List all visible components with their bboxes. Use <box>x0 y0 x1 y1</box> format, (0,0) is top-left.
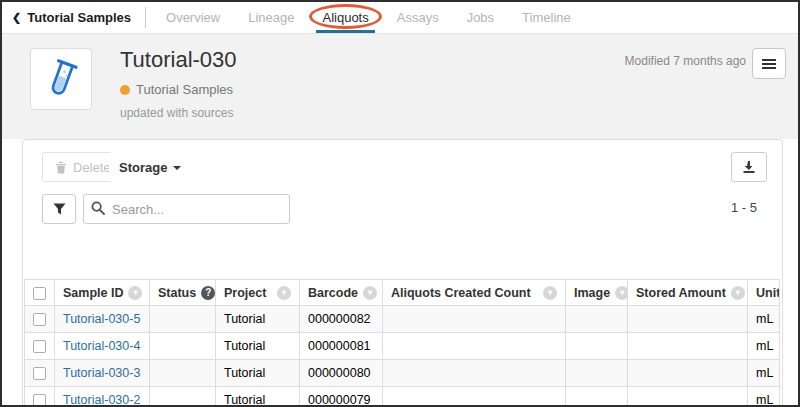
table-row: Tutorial-030-5 Tutorial 000000082 mL <box>25 306 780 333</box>
export-button[interactable] <box>731 152 767 182</box>
tab-bar: Overview Lineage Aliquots Assays Jobs Ti… <box>152 2 585 33</box>
col-header-project: Project <box>224 286 266 300</box>
sample-subtitle: updated with sources <box>120 106 233 120</box>
aliquots-panel: Delete Storage <box>22 139 783 407</box>
sample-link[interactable]: Tutorial-030-3 <box>63 366 140 380</box>
col-header-stored-amount: Stored Amount <box>636 286 726 300</box>
tab-lineage[interactable]: Lineage <box>234 2 308 33</box>
filter-funnel-icon <box>53 203 66 215</box>
samples-grid: Sample ID▾ Status?▾ Project▾ Barcode▾ Al… <box>24 279 780 407</box>
nav-divider <box>145 7 146 28</box>
table-row: Tutorial-030-2 Tutorial 000000079 mL <box>25 387 780 407</box>
modified-timestamp: Modified 7 months ago <box>625 54 746 68</box>
column-menu-icon[interactable]: ▾ <box>731 286 745 300</box>
pagination-range: 1 - 5 <box>731 200 757 215</box>
top-nav: ❮ Tutorial Samples Overview Lineage Aliq… <box>2 2 798 33</box>
tab-timeline[interactable]: Timeline <box>508 2 585 33</box>
test-tube-icon <box>35 53 87 105</box>
download-icon <box>742 160 756 174</box>
row-checkbox[interactable] <box>33 340 46 353</box>
delete-button-label: Delete <box>73 160 111 175</box>
col-header-status: Status <box>158 286 196 300</box>
sample-type-dot-icon <box>120 85 130 95</box>
search-box <box>83 194 290 224</box>
hamburger-icon <box>762 59 776 61</box>
sample-header: Tutorial-030 Tutorial Samples updated wi… <box>2 33 798 139</box>
status-help-icon[interactable]: ? <box>201 286 215 300</box>
caret-down-icon <box>173 166 181 170</box>
back-link-label: Tutorial Samples <box>27 10 131 25</box>
filter-button[interactable] <box>42 194 76 224</box>
app-window: ❮ Tutorial Samples Overview Lineage Aliq… <box>0 0 800 407</box>
tab-assays[interactable]: Assays <box>383 2 453 33</box>
column-menu-icon[interactable]: ▾ <box>615 286 627 300</box>
search-icon <box>91 201 105 215</box>
row-checkbox[interactable] <box>33 394 46 407</box>
sample-link[interactable]: Tutorial-030-2 <box>63 393 140 407</box>
page-title: Tutorial-030 <box>120 47 237 73</box>
column-menu-icon[interactable]: ▾ <box>543 286 557 300</box>
column-menu-icon[interactable]: ▾ <box>128 286 142 300</box>
column-menu-icon[interactable]: ▾ <box>277 286 291 300</box>
grid-header-row: Sample ID▾ Status?▾ Project▾ Barcode▾ Al… <box>25 280 780 306</box>
col-header-units: Units <box>756 286 780 300</box>
sample-link[interactable]: Tutorial-030-5 <box>63 312 140 326</box>
table-row: Tutorial-030-4 Tutorial 000000081 mL <box>25 333 780 360</box>
tab-jobs[interactable]: Jobs <box>453 2 508 33</box>
col-header-aliquots-created-count: Aliquots Created Count <box>391 286 531 300</box>
storage-button-label: Storage <box>119 160 167 175</box>
search-input[interactable] <box>83 194 290 224</box>
col-header-sample-id: Sample ID <box>63 286 123 300</box>
tab-aliquots[interactable]: Aliquots <box>308 2 382 33</box>
table-row: Tutorial-030-3 Tutorial 000000080 mL <box>25 360 780 387</box>
sample-type-label: Tutorial Samples <box>136 82 233 97</box>
back-link-tutorial-samples[interactable]: ❮ Tutorial Samples <box>2 2 145 33</box>
sample-link[interactable]: Tutorial-030-4 <box>63 339 140 353</box>
sample-type-icon-box <box>30 48 92 110</box>
storage-dropdown-button[interactable]: Storage <box>109 152 191 182</box>
col-header-image: Image <box>574 286 610 300</box>
select-all-checkbox[interactable] <box>33 287 46 300</box>
tab-overview[interactable]: Overview <box>152 2 234 33</box>
sample-type-row[interactable]: Tutorial Samples <box>120 82 233 97</box>
row-checkbox[interactable] <box>33 313 46 326</box>
trash-icon <box>55 161 67 174</box>
samples-grid-container: Sample ID▾ Status?▾ Project▾ Barcode▾ Al… <box>24 279 780 407</box>
row-checkbox[interactable] <box>33 367 46 380</box>
back-chevron-icon: ❮ <box>12 11 21 24</box>
column-menu-icon[interactable]: ▾ <box>363 286 377 300</box>
hamburger-menu-button[interactable] <box>752 48 786 79</box>
col-header-barcode: Barcode <box>308 286 358 300</box>
